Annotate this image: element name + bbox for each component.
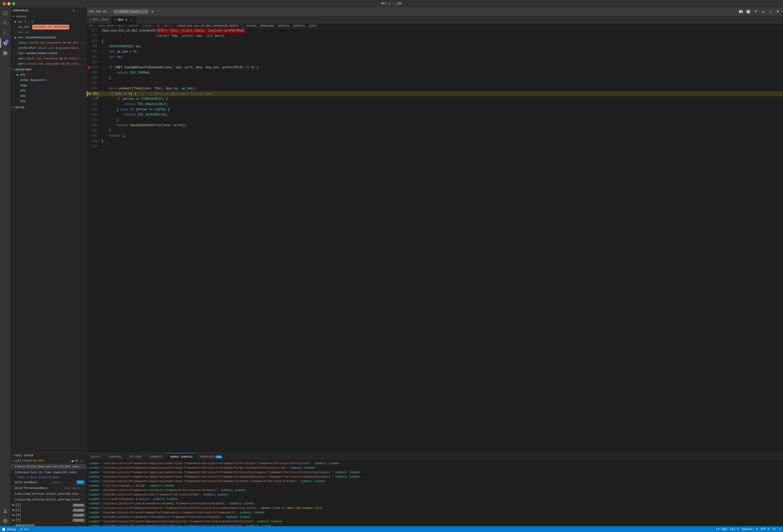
thread-2-header[interactable]: ▶ [2] PAUSED xyxy=(10,503,87,507)
var-iao[interactable]: ▶ iao : Could not evaluate DW_OP_entry..… xyxy=(10,56,87,61)
status-debug[interactable]: ⬤ debug xyxy=(2,528,16,531)
bc-sep1: › xyxy=(95,24,97,27)
reg-avx[interactable]: ▶ AVX xyxy=(10,99,87,104)
reg-segs[interactable]: ▶ Segs xyxy=(10,83,87,88)
debug-stepout-button[interactable] xyxy=(760,8,766,15)
maximize-button[interactable] xyxy=(12,2,15,5)
sa-chevron: ▶ xyxy=(15,20,18,24)
callstack-header[interactable]: ▾ CALL STACK xyxy=(10,453,87,458)
line-num-392: 392 xyxy=(92,108,97,111)
locals-group[interactable]: ▾ Locals xyxy=(10,14,87,19)
debug-stepinto-button[interactable] xyxy=(752,8,759,15)
problems-label: PROBLEMS xyxy=(200,455,214,458)
callstack-chevron: ▾ xyxy=(12,454,14,457)
stepover-icon[interactable]: ⟳ xyxy=(75,459,78,463)
activity-account[interactable] xyxy=(1,506,10,516)
line-num-391: 391 xyxy=(92,102,97,106)
activity-source-control[interactable] xyxy=(1,28,10,38)
breakpoints-header[interactable]: ▾ BREAKPOINTS xyxy=(10,523,87,526)
thread-4-header[interactable]: ▶ [4] PAUSED xyxy=(10,512,87,518)
status-position[interactable]: Ln 389, Col 5 xyxy=(716,528,739,531)
activity-search[interactable] xyxy=(1,19,10,28)
frame-pthread-start1[interactable]: libsystem_pthread.dylib!_pthread_star... xyxy=(10,491,87,497)
status-eol[interactable]: LF xyxy=(773,528,776,531)
debug-continue-button[interactable] xyxy=(738,8,744,15)
frame-jit[interactable]: [Unknown/Just-In-Time compiled code] xyxy=(10,469,87,475)
debug-stop-button[interactable]: ■ xyxy=(775,8,781,15)
gear-button[interactable]: ⚙ xyxy=(149,8,156,15)
bc-sep5: › xyxy=(154,24,156,27)
reg-cpu[interactable]: ▶ CPU xyxy=(10,72,87,77)
thread3-chevron: ▾ xyxy=(12,459,14,463)
tab-close-button[interactable]: × xyxy=(129,18,133,22)
watch-header[interactable]: ▾ WATCH xyxy=(10,105,87,110)
console-line: Loaded '/System/Library/PrivateFramework… xyxy=(89,520,781,524)
var-sa-len[interactable]: ▶ sa_len : variable not available xyxy=(10,25,87,30)
reg-sse[interactable]: ▶ SSE xyxy=(10,93,87,99)
activity-settings[interactable] xyxy=(1,516,10,526)
tab-net-c[interactable]: C Net.c × xyxy=(112,16,137,24)
thread2-id: [2] xyxy=(15,503,21,507)
activity-extensions[interactable] xyxy=(1,48,10,58)
debug-stepover-button[interactable] xyxy=(745,8,751,15)
bc-libnio[interactable]: libnio xyxy=(143,24,153,27)
bc-src[interactable]: src xyxy=(89,24,94,27)
collapse-all-icon[interactable]: ⊟ xyxy=(72,8,75,13)
debug-restart-button[interactable]: ↺ xyxy=(767,8,774,15)
frame-javamain[interactable]: dyld!JavaMain java.c 5601 xyxy=(10,479,87,485)
code-editor[interactable]: 377 Java_sun_nio_ch_Net_connect0(JNIEnv … xyxy=(87,28,783,453)
var-clazz[interactable]: ▶ clazz : Could not evaluate DW_OP_ent..… xyxy=(10,40,87,45)
sa-len-sep: : xyxy=(29,25,31,29)
var-sa[interactable]: ▶ sa : {...} xyxy=(10,19,87,25)
tab-debug-console[interactable]: DEBUG CONSOLE xyxy=(166,453,196,460)
console-line: Loaded '/System/Library/PrivateFramework… xyxy=(89,510,781,515)
var-preferipv6[interactable]: ▶ preferIPv6 : Could not evaluate DW_O..… xyxy=(10,45,87,51)
thread-3-header[interactable]: ▾ [3] PAUSED ON STEP ▶ ⟳ ↓ ↑ xyxy=(10,458,87,464)
breakpoint-384[interactable] xyxy=(88,66,90,69)
activity-explorer[interactable] xyxy=(1,8,10,18)
thread-1-header[interactable]: ▶ [1] PAUSED xyxy=(10,507,87,512)
tab-problems[interactable]: PROBLEMS 101 xyxy=(196,453,226,460)
status-spaces[interactable]: Spaces: 4 xyxy=(742,528,757,531)
registers-header[interactable]: ▾ Registers xyxy=(10,67,87,72)
more-button[interactable]: ··· xyxy=(157,8,163,15)
bc-ch[interactable]: ch xyxy=(157,24,160,27)
run-config[interactable]: ▶ (lldb) Launc... ▾ xyxy=(114,9,148,14)
frame-threadjavamain[interactable]: dyld!ThreadJavaMain java_md_m... xyxy=(10,485,87,491)
tab-terminal[interactable]: TERMINAL xyxy=(105,453,126,460)
more-actions-icon[interactable]: ··· xyxy=(77,8,85,13)
add-watch-390[interactable]: + xyxy=(96,96,99,100)
bc-unix[interactable]: unix xyxy=(117,24,124,27)
continue-icon[interactable]: ▶ xyxy=(72,459,74,463)
bc-java-base[interactable]: java.base xyxy=(98,24,113,27)
sa-sep: : xyxy=(22,20,24,24)
tab-comments[interactable]: COMMENTS xyxy=(146,453,167,460)
console-output[interactable]: Loaded '/System/Library/Frameworks/Appli… xyxy=(87,460,783,526)
close-button[interactable] xyxy=(3,2,6,5)
bc-netc[interactable]: Net.c xyxy=(164,24,173,27)
stepinto-icon[interactable]: ↓ xyxy=(79,459,81,463)
tab-output[interactable]: OUTPUT xyxy=(87,453,105,460)
tab-gitlens[interactable]: GITLENS xyxy=(126,453,145,460)
thread-5-header[interactable]: ▶ [5] PAUSED xyxy=(10,518,87,523)
frame-pthread-start2[interactable]: libsystem_pthread.dylib!_pthread_start xyxy=(10,497,87,503)
status-encoding[interactable]: UTF-8 xyxy=(761,528,769,531)
var-env[interactable]: ▶ env : 0x00000010100a5b8 xyxy=(10,35,87,40)
bc-func[interactable]: Java_sun_nio_ch_Net_connect0(JNIEnv *, j… xyxy=(178,24,317,27)
status-language[interactable]: C xyxy=(779,528,781,531)
reg-fpu[interactable]: ▶ FPU xyxy=(10,88,87,93)
var-fdo[interactable]: ▶ fdo : 0x000070000c74c8b0 xyxy=(10,51,87,56)
var-rv[interactable]: ▶ rv : -1 xyxy=(10,30,87,35)
frame-javamain-name: dyld!JavaMain xyxy=(15,480,37,485)
reg-other[interactable]: ▶ Other Registers xyxy=(10,77,87,83)
status-branch[interactable]: ⎇ src xyxy=(19,528,29,531)
var-port[interactable]: ▶ port : Could not evaluate DW_OP_entr..… xyxy=(10,61,87,67)
stepout-icon[interactable]: ↑ xyxy=(83,459,85,463)
activity-debug[interactable]: 1 xyxy=(1,38,10,48)
bc-native[interactable]: native xyxy=(128,24,138,27)
code-line-377: 377 Java_sun_nio_ch_Net_connect0(JNIEnv … xyxy=(87,28,783,33)
frame-libnio[interactable]: libnio.dylib!Java_sun_nio_ch_Net_conn... xyxy=(10,464,87,469)
tab-net-java[interactable]: J Net.java xyxy=(87,16,112,24)
minimize-button[interactable] xyxy=(7,2,10,5)
show-more-frames[interactable]: Show 3 More Stack Frames xyxy=(10,475,87,479)
